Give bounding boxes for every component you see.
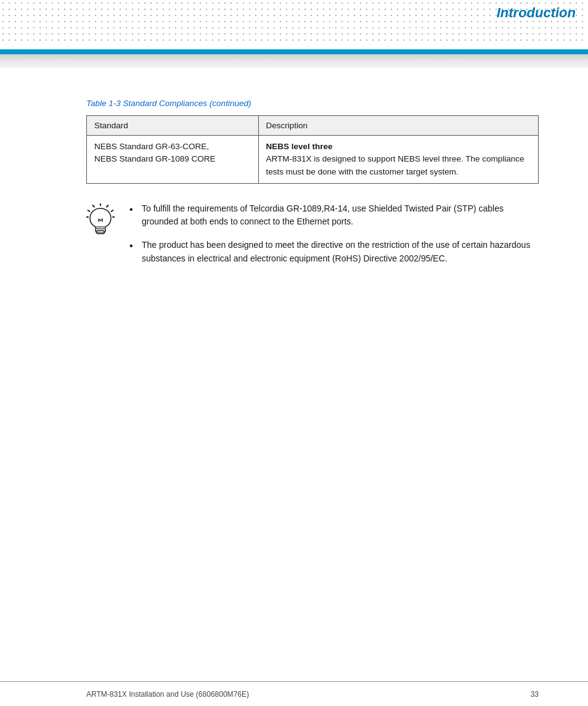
lightbulb-icon: [86, 203, 117, 241]
header-title-area: Introduction: [497, 5, 576, 21]
note-list: To fulfill the requirements of Telcordia…: [129, 202, 539, 276]
note-section: To fulfill the requirements of Telcordia…: [86, 202, 539, 276]
header: Introduction: [0, 0, 588, 49]
lightbulb-svg: [86, 203, 115, 239]
table-header-row: Standard Description: [87, 116, 539, 136]
table-header-description: Description: [258, 116, 538, 136]
page-title: Introduction: [497, 5, 576, 20]
svg-line-1: [107, 205, 108, 207]
svg-line-4: [88, 210, 90, 211]
footer-page-number: 33: [531, 690, 539, 699]
main-content: Table 1-3 Standard Compliances (continue…: [0, 74, 588, 325]
compliance-table: Standard Description NEBS Standard GR-63…: [86, 115, 539, 184]
list-item: To fulfill the requirements of Telcordia…: [129, 202, 539, 229]
list-item: The product has been designed to meet th…: [129, 239, 539, 265]
table-cell-standard: NEBS Standard GR-63-CORE,NEBS Standard G…: [87, 136, 259, 184]
table-caption: Table 1-3 Standard Compliances (continue…: [86, 99, 539, 108]
table-cell-description: NEBS level three ARTM-831X is designed t…: [258, 136, 538, 184]
footer-left-text: ARTM-831X Installation and Use (6806800M…: [86, 690, 249, 699]
svg-line-3: [93, 205, 95, 207]
description-title: NEBS level three: [266, 142, 333, 151]
table-row: NEBS Standard GR-63-CORE,NEBS Standard G…: [87, 136, 539, 184]
svg-line-2: [112, 210, 113, 211]
standard-text: NEBS Standard GR-63-CORE,NEBS Standard G…: [94, 142, 216, 163]
blue-accent-bar: [0, 49, 588, 54]
description-body: ARTM-831X is designed to support NEBS le…: [266, 154, 525, 176]
table-header-standard: Standard: [87, 116, 259, 136]
footer: ARTM-831X Installation and Use (6806800M…: [0, 681, 588, 706]
gray-decorative-bar: [0, 54, 588, 68]
